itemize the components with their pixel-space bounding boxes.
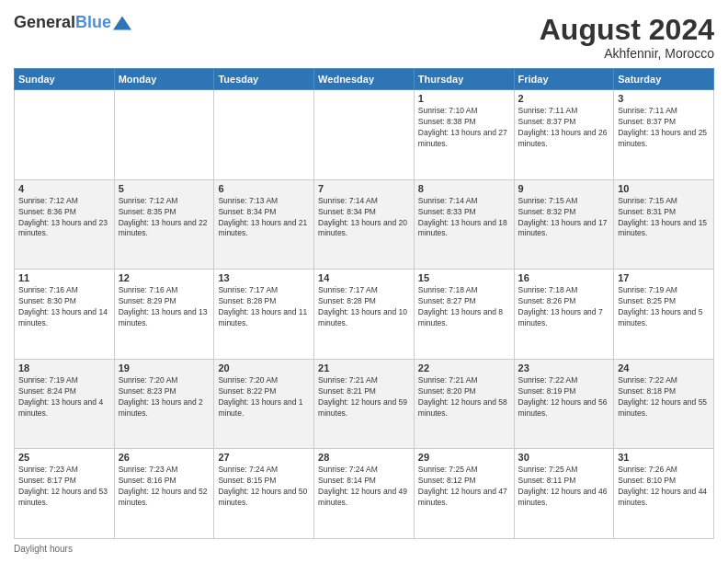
calendar-cell: 10Sunrise: 7:15 AM Sunset: 8:31 PM Dayli… xyxy=(614,179,714,270)
day-header-wednesday: Wednesday xyxy=(314,69,415,90)
calendar-cell: 11Sunrise: 7:16 AM Sunset: 8:30 PM Dayli… xyxy=(15,270,115,360)
calendar-cell xyxy=(314,90,415,180)
day-info: Sunrise: 7:14 AM Sunset: 8:34 PM Dayligh… xyxy=(318,196,410,240)
calendar-cell: 8Sunrise: 7:14 AM Sunset: 8:33 PM Daylig… xyxy=(414,179,514,270)
week-row-2: 4Sunrise: 7:12 AM Sunset: 8:36 PM Daylig… xyxy=(15,179,714,270)
day-header-friday: Friday xyxy=(514,69,614,90)
footer: Daylight hours xyxy=(14,544,714,554)
calendar-cell: 29Sunrise: 7:25 AM Sunset: 8:12 PM Dayli… xyxy=(414,449,514,539)
day-header-tuesday: Tuesday xyxy=(214,69,314,90)
location: Akhfennir, Morocco xyxy=(540,46,714,61)
day-number: 1 xyxy=(418,93,510,104)
calendar-cell: 3Sunrise: 7:11 AM Sunset: 8:37 PM Daylig… xyxy=(614,90,714,180)
day-number: 26 xyxy=(119,452,210,463)
calendar-cell: 25Sunrise: 7:23 AM Sunset: 8:17 PM Dayli… xyxy=(15,449,115,539)
day-info: Sunrise: 7:22 AM Sunset: 8:19 PM Dayligh… xyxy=(518,375,610,419)
calendar-table: SundayMondayTuesdayWednesdayThursdayFrid… xyxy=(14,68,714,539)
day-number: 22 xyxy=(418,362,510,373)
day-number: 2 xyxy=(518,93,610,104)
day-number: 25 xyxy=(18,452,110,463)
day-info: Sunrise: 7:20 AM Sunset: 8:22 PM Dayligh… xyxy=(218,375,310,419)
day-info: Sunrise: 7:24 AM Sunset: 8:15 PM Dayligh… xyxy=(218,465,310,509)
calendar-cell: 26Sunrise: 7:23 AM Sunset: 8:16 PM Dayli… xyxy=(114,449,214,539)
calendar-cell: 27Sunrise: 7:24 AM Sunset: 8:15 PM Dayli… xyxy=(214,449,314,539)
day-number: 21 xyxy=(318,362,410,373)
day-info: Sunrise: 7:17 AM Sunset: 8:28 PM Dayligh… xyxy=(218,285,310,329)
day-info: Sunrise: 7:10 AM Sunset: 8:38 PM Dayligh… xyxy=(418,106,510,150)
calendar-cell: 15Sunrise: 7:18 AM Sunset: 8:27 PM Dayli… xyxy=(414,270,514,360)
day-header-saturday: Saturday xyxy=(614,69,714,90)
day-number: 31 xyxy=(618,452,710,463)
calendar-cell: 16Sunrise: 7:18 AM Sunset: 8:26 PM Dayli… xyxy=(514,270,614,360)
day-info: Sunrise: 7:12 AM Sunset: 8:36 PM Dayligh… xyxy=(18,196,110,240)
day-info: Sunrise: 7:16 AM Sunset: 8:29 PM Dayligh… xyxy=(119,285,210,329)
calendar-cell: 17Sunrise: 7:19 AM Sunset: 8:25 PM Dayli… xyxy=(614,270,714,360)
svg-marker-0 xyxy=(113,17,131,30)
calendar-cell: 5Sunrise: 7:12 AM Sunset: 8:35 PM Daylig… xyxy=(114,179,214,270)
day-number: 3 xyxy=(618,93,710,104)
calendar-cell xyxy=(15,90,115,180)
calendar-cell: 19Sunrise: 7:20 AM Sunset: 8:23 PM Dayli… xyxy=(114,359,214,449)
week-row-1: 1Sunrise: 7:10 AM Sunset: 8:38 PM Daylig… xyxy=(15,90,714,180)
day-info: Sunrise: 7:11 AM Sunset: 8:37 PM Dayligh… xyxy=(618,106,710,150)
calendar-cell: 24Sunrise: 7:22 AM Sunset: 8:18 PM Dayli… xyxy=(614,359,714,449)
calendar-cell: 2Sunrise: 7:11 AM Sunset: 8:37 PM Daylig… xyxy=(514,90,614,180)
day-info: Sunrise: 7:21 AM Sunset: 8:21 PM Dayligh… xyxy=(318,375,410,419)
day-info: Sunrise: 7:26 AM Sunset: 8:10 PM Dayligh… xyxy=(618,465,710,509)
footer-label: Daylight hours xyxy=(14,544,73,554)
day-number: 13 xyxy=(218,272,310,283)
calendar-cell xyxy=(114,90,214,180)
day-info: Sunrise: 7:16 AM Sunset: 8:30 PM Dayligh… xyxy=(18,285,110,329)
day-info: Sunrise: 7:23 AM Sunset: 8:16 PM Dayligh… xyxy=(119,465,210,509)
day-info: Sunrise: 7:17 AM Sunset: 8:28 PM Dayligh… xyxy=(318,285,410,329)
day-number: 7 xyxy=(318,183,410,194)
day-number: 17 xyxy=(618,272,710,283)
calendar-cell: 7Sunrise: 7:14 AM Sunset: 8:34 PM Daylig… xyxy=(314,179,415,270)
day-number: 6 xyxy=(218,183,310,194)
logo: GeneralBlue xyxy=(14,14,131,32)
day-info: Sunrise: 7:20 AM Sunset: 8:23 PM Dayligh… xyxy=(119,375,210,419)
logo-icon xyxy=(113,14,131,32)
calendar-cell: 9Sunrise: 7:15 AM Sunset: 8:32 PM Daylig… xyxy=(514,179,614,270)
day-info: Sunrise: 7:23 AM Sunset: 8:17 PM Dayligh… xyxy=(18,465,110,509)
calendar-cell: 28Sunrise: 7:24 AM Sunset: 8:14 PM Dayli… xyxy=(314,449,415,539)
calendar-cell: 12Sunrise: 7:16 AM Sunset: 8:29 PM Dayli… xyxy=(114,270,214,360)
day-info: Sunrise: 7:22 AM Sunset: 8:18 PM Dayligh… xyxy=(618,375,710,419)
week-row-5: 25Sunrise: 7:23 AM Sunset: 8:17 PM Dayli… xyxy=(15,449,714,539)
day-number: 24 xyxy=(618,362,710,373)
day-number: 16 xyxy=(518,272,610,283)
day-info: Sunrise: 7:25 AM Sunset: 8:12 PM Dayligh… xyxy=(418,465,510,509)
day-number: 18 xyxy=(18,362,110,373)
calendar-header-row: SundayMondayTuesdayWednesdayThursdayFrid… xyxy=(15,69,714,90)
day-number: 15 xyxy=(418,272,510,283)
page: GeneralBlue August 2024 Akhfennir, Moroc… xyxy=(0,0,728,563)
calendar-cell: 23Sunrise: 7:22 AM Sunset: 8:19 PM Dayli… xyxy=(514,359,614,449)
calendar-cell: 31Sunrise: 7:26 AM Sunset: 8:10 PM Dayli… xyxy=(614,449,714,539)
title-block: August 2024 Akhfennir, Morocco xyxy=(540,14,714,61)
day-info: Sunrise: 7:13 AM Sunset: 8:34 PM Dayligh… xyxy=(218,196,310,240)
week-row-3: 11Sunrise: 7:16 AM Sunset: 8:30 PM Dayli… xyxy=(15,270,714,360)
day-info: Sunrise: 7:19 AM Sunset: 8:25 PM Dayligh… xyxy=(618,285,710,329)
month-year: August 2024 xyxy=(540,14,714,46)
day-info: Sunrise: 7:24 AM Sunset: 8:14 PM Dayligh… xyxy=(318,465,410,509)
calendar-cell: 13Sunrise: 7:17 AM Sunset: 8:28 PM Dayli… xyxy=(214,270,314,360)
day-info: Sunrise: 7:18 AM Sunset: 8:27 PM Dayligh… xyxy=(418,285,510,329)
day-number: 5 xyxy=(119,183,210,194)
day-number: 11 xyxy=(18,272,110,283)
day-info: Sunrise: 7:25 AM Sunset: 8:11 PM Dayligh… xyxy=(518,465,610,509)
logo-text: GeneralBlue xyxy=(14,14,111,32)
day-number: 14 xyxy=(318,272,410,283)
day-number: 12 xyxy=(119,272,210,283)
day-number: 4 xyxy=(18,183,110,194)
calendar-cell: 6Sunrise: 7:13 AM Sunset: 8:34 PM Daylig… xyxy=(214,179,314,270)
day-header-monday: Monday xyxy=(114,69,214,90)
day-number: 9 xyxy=(518,183,610,194)
day-number: 28 xyxy=(318,452,410,463)
week-row-4: 18Sunrise: 7:19 AM Sunset: 8:24 PM Dayli… xyxy=(15,359,714,449)
day-info: Sunrise: 7:14 AM Sunset: 8:33 PM Dayligh… xyxy=(418,196,510,240)
day-number: 20 xyxy=(218,362,310,373)
day-info: Sunrise: 7:21 AM Sunset: 8:20 PM Dayligh… xyxy=(418,375,510,419)
day-info: Sunrise: 7:12 AM Sunset: 8:35 PM Dayligh… xyxy=(119,196,210,240)
day-header-sunday: Sunday xyxy=(15,69,115,90)
day-header-thursday: Thursday xyxy=(414,69,514,90)
